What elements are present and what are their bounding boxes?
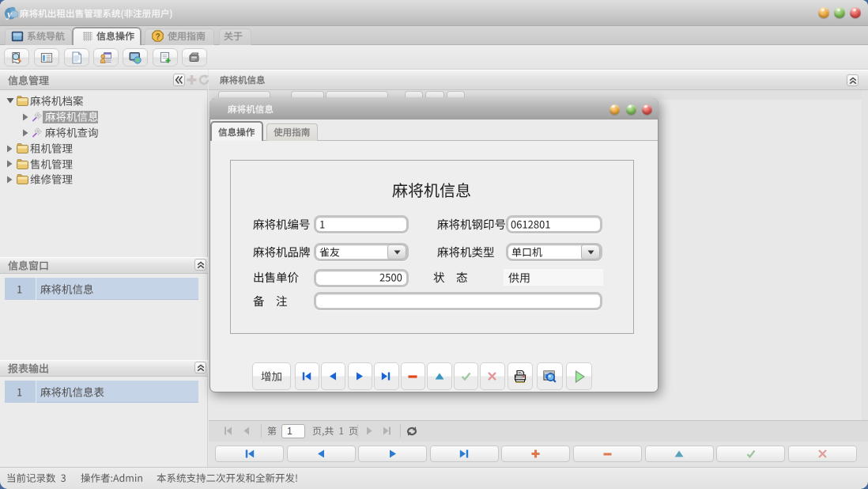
svg-text:?: ? <box>156 32 160 41</box>
svg-text:y: y <box>6 8 12 20</box>
